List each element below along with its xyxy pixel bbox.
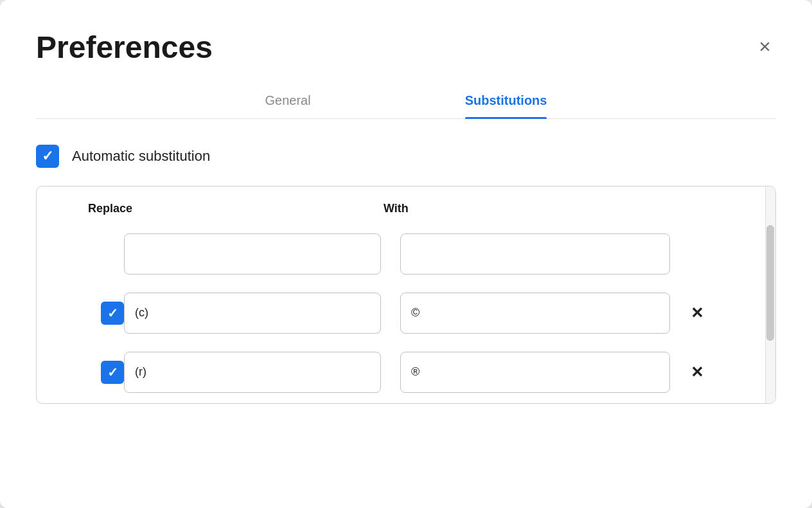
scrollbar[interactable] xyxy=(765,186,775,403)
row1-replace-input[interactable] xyxy=(124,293,381,334)
substitutions-table: Replace With ✓ ✕ ✓ xyxy=(36,186,776,404)
rows-area: ✓ ✕ ✓ ✕ xyxy=(88,226,775,401)
table-header: Replace With xyxy=(88,186,775,226)
row1-with-input[interactable] xyxy=(400,293,670,334)
new-entry-row xyxy=(88,226,775,282)
preferences-dialog: Preferences × General Substitutions ✓ Au… xyxy=(0,0,812,508)
tab-general[interactable]: General xyxy=(265,86,311,118)
row1-delete-button[interactable]: ✕ xyxy=(685,302,709,325)
table-row: ✓ ✕ xyxy=(88,285,775,341)
col-replace-header: Replace xyxy=(88,202,364,215)
tabs-bar: General Substitutions xyxy=(36,86,776,119)
auto-substitution-label: Automatic substitution xyxy=(72,148,210,165)
dialog-title: Preferences xyxy=(36,31,213,65)
checkmark-icon: ✓ xyxy=(42,149,53,163)
new-replace-input[interactable] xyxy=(124,233,381,275)
row2-delete-button[interactable]: ✕ xyxy=(685,361,709,384)
row2-with-input[interactable] xyxy=(400,352,670,393)
auto-substitution-checkbox[interactable]: ✓ xyxy=(36,145,59,168)
close-button[interactable]: × xyxy=(754,33,776,59)
scrollbar-thumb[interactable] xyxy=(766,225,774,341)
col-with-header: With xyxy=(384,202,660,215)
row2-replace-input[interactable] xyxy=(124,352,381,393)
tab-substitutions[interactable]: Substitutions xyxy=(465,86,547,118)
dialog-header: Preferences × xyxy=(36,31,776,65)
row1-checkmark-icon: ✓ xyxy=(107,305,118,321)
auto-substitution-row: ✓ Automatic substitution xyxy=(36,145,776,168)
row1-checkbox[interactable]: ✓ xyxy=(101,302,124,325)
new-with-input[interactable] xyxy=(400,233,670,275)
row2-checkbox[interactable]: ✓ xyxy=(101,361,124,384)
row2-checkmark-icon: ✓ xyxy=(107,365,118,380)
table-row: ✓ ✕ xyxy=(88,344,775,401)
